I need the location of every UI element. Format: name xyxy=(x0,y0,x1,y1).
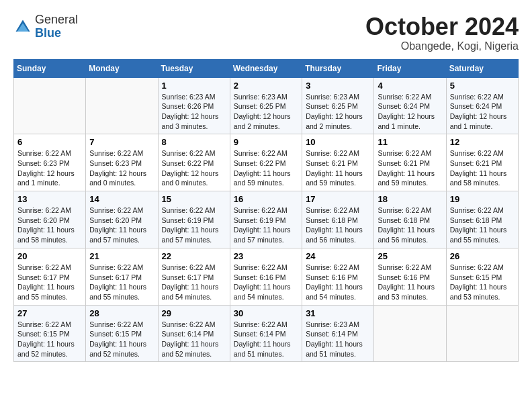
day-of-week-header: Tuesday xyxy=(158,59,230,77)
day-of-week-header: Wednesday xyxy=(230,59,302,77)
calendar-cell xyxy=(446,305,518,362)
calendar-week-row: 13Sunrise: 6:22 AM Sunset: 6:20 PM Dayli… xyxy=(14,191,519,248)
calendar-cell xyxy=(14,77,86,134)
calendar-cell: 8Sunrise: 6:22 AM Sunset: 6:22 PM Daylig… xyxy=(158,134,230,191)
day-number: 26 xyxy=(450,251,515,261)
day-info: Sunrise: 6:23 AM Sunset: 6:14 PM Dayligh… xyxy=(306,320,370,359)
day-info: Sunrise: 6:22 AM Sunset: 6:17 PM Dayligh… xyxy=(162,263,226,302)
calendar-cell: 30Sunrise: 6:22 AM Sunset: 6:14 PM Dayli… xyxy=(230,305,302,362)
calendar-table: SundayMondayTuesdayWednesdayThursdayFrid… xyxy=(13,59,519,363)
day-number: 15 xyxy=(162,194,226,204)
calendar-cell: 5Sunrise: 6:22 AM Sunset: 6:24 PM Daylig… xyxy=(446,77,518,134)
title-block: October 2024 Obangede, Kogi, Nigeria xyxy=(365,13,519,52)
day-info: Sunrise: 6:22 AM Sunset: 6:14 PM Dayligh… xyxy=(162,320,226,359)
day-number: 18 xyxy=(378,194,442,204)
day-number: 10 xyxy=(306,137,370,147)
day-info: Sunrise: 6:22 AM Sunset: 6:20 PM Dayligh… xyxy=(17,205,82,245)
calendar-cell: 4Sunrise: 6:22 AM Sunset: 6:24 PM Daylig… xyxy=(374,77,446,134)
day-info: Sunrise: 6:22 AM Sunset: 6:23 PM Dayligh… xyxy=(89,148,154,188)
day-number: 13 xyxy=(17,194,82,204)
calendar-week-row: 20Sunrise: 6:22 AM Sunset: 6:17 PM Dayli… xyxy=(14,248,519,305)
day-number: 17 xyxy=(306,194,370,204)
day-number: 20 xyxy=(17,251,82,261)
calendar-header: SundayMondayTuesdayWednesdayThursdayFrid… xyxy=(14,59,519,77)
calendar-cell: 23Sunrise: 6:22 AM Sunset: 6:16 PM Dayli… xyxy=(230,248,302,305)
day-info: Sunrise: 6:22 AM Sunset: 6:18 PM Dayligh… xyxy=(450,205,515,245)
calendar-cell: 27Sunrise: 6:22 AM Sunset: 6:15 PM Dayli… xyxy=(14,305,86,362)
day-number: 11 xyxy=(378,137,442,147)
calendar-body: 1Sunrise: 6:23 AM Sunset: 6:26 PM Daylig… xyxy=(14,77,519,362)
day-number: 8 xyxy=(162,137,226,147)
day-number: 19 xyxy=(450,194,515,204)
page-header: General Blue October 2024 Obangede, Kogi… xyxy=(13,13,519,52)
calendar-cell: 6Sunrise: 6:22 AM Sunset: 6:23 PM Daylig… xyxy=(14,134,86,191)
calendar-cell: 12Sunrise: 6:22 AM Sunset: 6:21 PM Dayli… xyxy=(446,134,518,191)
calendar-cell xyxy=(86,77,158,134)
day-info: Sunrise: 6:22 AM Sunset: 6:15 PM Dayligh… xyxy=(17,320,82,359)
day-number: 4 xyxy=(378,81,442,91)
day-info: Sunrise: 6:22 AM Sunset: 6:16 PM Dayligh… xyxy=(306,263,370,302)
month-title: October 2024 xyxy=(365,13,519,40)
day-number: 22 xyxy=(162,251,226,261)
day-info: Sunrise: 6:22 AM Sunset: 6:21 PM Dayligh… xyxy=(306,148,370,188)
calendar-cell: 17Sunrise: 6:22 AM Sunset: 6:18 PM Dayli… xyxy=(302,191,374,248)
day-info: Sunrise: 6:22 AM Sunset: 6:15 PM Dayligh… xyxy=(89,320,154,359)
day-number: 21 xyxy=(89,251,154,261)
day-info: Sunrise: 6:22 AM Sunset: 6:20 PM Dayligh… xyxy=(89,205,154,245)
day-info: Sunrise: 6:22 AM Sunset: 6:23 PM Dayligh… xyxy=(17,148,82,188)
calendar-week-row: 1Sunrise: 6:23 AM Sunset: 6:26 PM Daylig… xyxy=(14,77,519,134)
logo-text: General Blue xyxy=(35,13,78,40)
calendar-week-row: 27Sunrise: 6:22 AM Sunset: 6:15 PM Dayli… xyxy=(14,305,519,362)
day-info: Sunrise: 6:22 AM Sunset: 6:17 PM Dayligh… xyxy=(89,263,154,302)
day-info: Sunrise: 6:22 AM Sunset: 6:21 PM Dayligh… xyxy=(450,148,515,188)
day-info: Sunrise: 6:23 AM Sunset: 6:26 PM Dayligh… xyxy=(162,92,226,132)
logo: General Blue xyxy=(13,13,78,40)
day-number: 9 xyxy=(234,137,298,147)
calendar-cell: 20Sunrise: 6:22 AM Sunset: 6:17 PM Dayli… xyxy=(14,248,86,305)
calendar-cell: 18Sunrise: 6:22 AM Sunset: 6:18 PM Dayli… xyxy=(374,191,446,248)
day-number: 25 xyxy=(378,251,442,261)
day-info: Sunrise: 6:22 AM Sunset: 6:19 PM Dayligh… xyxy=(234,205,298,245)
day-of-week-header: Sunday xyxy=(14,59,86,77)
calendar-cell: 10Sunrise: 6:22 AM Sunset: 6:21 PM Dayli… xyxy=(302,134,374,191)
day-info: Sunrise: 6:22 AM Sunset: 6:16 PM Dayligh… xyxy=(234,263,298,302)
day-number: 5 xyxy=(450,81,515,91)
day-number: 31 xyxy=(306,308,370,318)
logo-icon xyxy=(13,17,32,36)
calendar-cell: 31Sunrise: 6:23 AM Sunset: 6:14 PM Dayli… xyxy=(302,305,374,362)
day-info: Sunrise: 6:22 AM Sunset: 6:17 PM Dayligh… xyxy=(17,263,82,302)
calendar-cell: 2Sunrise: 6:23 AM Sunset: 6:25 PM Daylig… xyxy=(230,77,302,134)
location: Obangede, Kogi, Nigeria xyxy=(365,40,519,52)
day-info: Sunrise: 6:23 AM Sunset: 6:25 PM Dayligh… xyxy=(306,92,370,132)
day-number: 27 xyxy=(17,308,82,318)
day-info: Sunrise: 6:22 AM Sunset: 6:19 PM Dayligh… xyxy=(162,205,226,245)
day-info: Sunrise: 6:22 AM Sunset: 6:24 PM Dayligh… xyxy=(378,92,442,132)
calendar-cell: 22Sunrise: 6:22 AM Sunset: 6:17 PM Dayli… xyxy=(158,248,230,305)
calendar-cell: 24Sunrise: 6:22 AM Sunset: 6:16 PM Dayli… xyxy=(302,248,374,305)
day-number: 23 xyxy=(234,251,298,261)
calendar-cell: 19Sunrise: 6:22 AM Sunset: 6:18 PM Dayli… xyxy=(446,191,518,248)
calendar-cell: 7Sunrise: 6:22 AM Sunset: 6:23 PM Daylig… xyxy=(86,134,158,191)
day-info: Sunrise: 6:22 AM Sunset: 6:18 PM Dayligh… xyxy=(378,205,442,245)
day-info: Sunrise: 6:22 AM Sunset: 6:24 PM Dayligh… xyxy=(450,92,515,132)
calendar-week-row: 6Sunrise: 6:22 AM Sunset: 6:23 PM Daylig… xyxy=(14,134,519,191)
day-of-week-header: Thursday xyxy=(302,59,374,77)
day-of-week-header: Saturday xyxy=(446,59,518,77)
day-number: 3 xyxy=(306,81,370,91)
day-number: 12 xyxy=(450,137,515,147)
calendar-cell: 11Sunrise: 6:22 AM Sunset: 6:21 PM Dayli… xyxy=(374,134,446,191)
day-number: 24 xyxy=(306,251,370,261)
day-of-week-header: Friday xyxy=(374,59,446,77)
calendar-cell: 9Sunrise: 6:22 AM Sunset: 6:22 PM Daylig… xyxy=(230,134,302,191)
calendar-cell: 15Sunrise: 6:22 AM Sunset: 6:19 PM Dayli… xyxy=(158,191,230,248)
calendar-cell: 16Sunrise: 6:22 AM Sunset: 6:19 PM Dayli… xyxy=(230,191,302,248)
day-number: 16 xyxy=(234,194,298,204)
day-info: Sunrise: 6:22 AM Sunset: 6:14 PM Dayligh… xyxy=(234,320,298,359)
day-number: 7 xyxy=(89,137,154,147)
day-of-week-header: Monday xyxy=(86,59,158,77)
day-info: Sunrise: 6:22 AM Sunset: 6:21 PM Dayligh… xyxy=(378,148,442,188)
calendar-cell: 25Sunrise: 6:22 AM Sunset: 6:16 PM Dayli… xyxy=(374,248,446,305)
day-number: 28 xyxy=(89,308,154,318)
calendar-cell: 14Sunrise: 6:22 AM Sunset: 6:20 PM Dayli… xyxy=(86,191,158,248)
calendar-cell: 1Sunrise: 6:23 AM Sunset: 6:26 PM Daylig… xyxy=(158,77,230,134)
